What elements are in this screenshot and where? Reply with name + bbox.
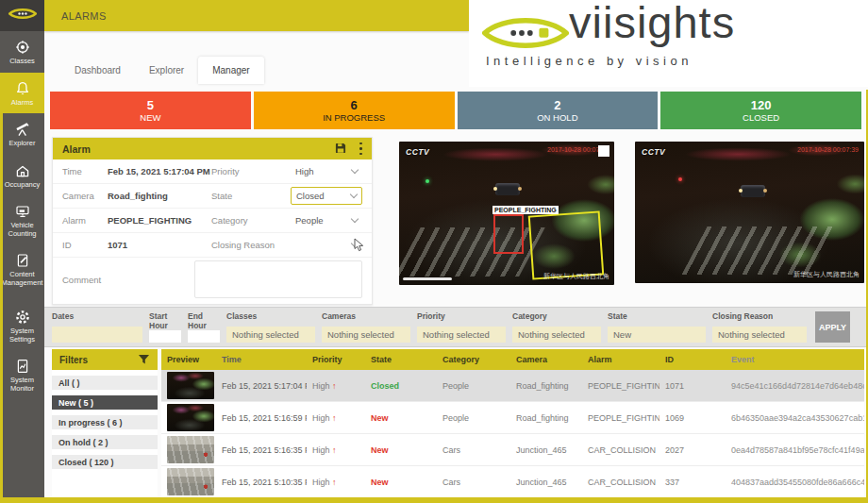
filter-label: Cameras (322, 311, 410, 321)
table-row[interactable]: Feb 15, 2021 5:16:59 PM High ↑ New Peopl… (161, 402, 864, 434)
alarm-video-player[interactable]: CCTV 2017-10-28 00:07:39 PEOPLE_FIGHTING… (399, 142, 614, 285)
state-select[interactable]: Closed (291, 187, 362, 205)
cctv-watermark: CCTV (406, 147, 429, 157)
field-label: Closing Reason (211, 240, 291, 250)
home-icon (14, 162, 31, 179)
filter-field-priority: Priority Nothing selected (417, 311, 506, 343)
sidebar-item-content-management[interactable]: Content Management (0, 244, 44, 293)
cell-id: 337 (659, 478, 726, 487)
cell-priority: High ↑ (307, 478, 365, 487)
video-caption: 新华区与人民路西北角 (793, 270, 860, 279)
filter-field-category: Category Nothing selected (512, 311, 601, 343)
page-title-bar: ALARMS (44, 0, 469, 31)
status-card-on-hold[interactable]: 2 ON HOLD (458, 92, 659, 129)
sidebar-logo[interactable] (0, 0, 44, 31)
filter-item-all[interactable]: All ( ) (52, 376, 158, 390)
closing-reason-filter-select[interactable]: Nothing selected (712, 327, 807, 343)
status-card-new[interactable]: 5 NEW (50, 92, 251, 129)
alarm-time-value: Feb 15, 2021 5:17:04 PM (108, 166, 211, 176)
category-filter-select[interactable]: Nothing selected (512, 327, 601, 343)
alarm-field-row: Camera Road_fighting State Closed (53, 184, 372, 209)
priority-up-icon: ↑ (332, 381, 337, 391)
col-header-event[interactable]: Event (726, 355, 864, 364)
status-count: 2 (554, 98, 560, 112)
cell-state: Closed (365, 381, 437, 391)
sidebar-item-label: Occupancy (5, 181, 41, 190)
priority-filter-select[interactable]: Nothing selected (417, 327, 506, 343)
state-filter-select[interactable]: New (608, 327, 706, 343)
sidebar-item-alarms[interactable]: Alarms (0, 73, 44, 114)
sidebar-item-label: Explorer (9, 140, 36, 148)
status-card-closed[interactable]: 120 CLOSED (660, 92, 861, 129)
filter-item-new[interactable]: New ( 5 ) (52, 395, 158, 410)
funnel-icon[interactable] (138, 354, 150, 365)
apply-button[interactable]: APPLY (815, 311, 850, 343)
status-card-in-progress[interactable]: 6 IN PROGRESS (254, 92, 455, 129)
more-options-icon[interactable] (359, 141, 362, 156)
col-header-category[interactable]: Category (437, 355, 510, 364)
sidebar-item-vehicle-counting[interactable]: Vehicle Counting (0, 195, 44, 244)
col-header-preview[interactable]: Preview (161, 355, 216, 364)
field-label: Comment (62, 275, 108, 285)
cell-category: Cars (437, 445, 510, 455)
alarm-field-row: Time Feb 15, 2021 5:17:04 PM Priority Hi… (53, 159, 372, 184)
classes-select[interactable]: Nothing selected (226, 327, 315, 343)
col-header-state[interactable]: State (365, 355, 437, 364)
filter-item-closed[interactable]: Closed ( 120 ) (52, 455, 158, 469)
table-row[interactable]: Feb 15, 2021 5:10:35 PM High ↑ New Cars … (161, 466, 864, 498)
col-header-id[interactable]: ID (659, 355, 726, 364)
filter-label: Priority (417, 311, 506, 321)
save-icon[interactable] (335, 143, 346, 156)
col-header-alarm[interactable]: Alarm (582, 355, 659, 364)
dates-input[interactable] (52, 327, 142, 343)
table-row[interactable]: Feb 15, 2021 5:16:35 PM High ↑ New Cars … (161, 434, 864, 466)
comment-textarea[interactable] (194, 260, 362, 298)
filter-field-classes: Classes Nothing selected (226, 311, 315, 343)
filter-label: Classes (226, 311, 315, 321)
filter-field-dates: Dates (52, 311, 142, 343)
vehicle-counting-icon (14, 203, 31, 220)
status-label: ON HOLD (537, 112, 577, 124)
category-select[interactable]: People (291, 211, 362, 229)
alarm-comment-row: Comment (53, 258, 372, 301)
filters-panel-header: Filters (52, 349, 158, 370)
cctv-watermark: CCTV (642, 147, 665, 157)
filter-item-in-progress[interactable]: In progress ( 6 ) (52, 415, 158, 429)
field-label: Alarm (62, 215, 108, 226)
sidebar-item-explorer[interactable]: Explorer (0, 113, 44, 155)
start-hour-input[interactable] (149, 330, 181, 343)
tab-explorer[interactable]: Explorer (135, 57, 198, 84)
filter-item-on-hold[interactable]: On hold ( 2 ) (52, 435, 158, 449)
sidebar-item-occupancy[interactable]: Occupancy (0, 155, 44, 196)
reference-video-player[interactable]: CCTV 2017-10-28 00:07:39 新华区与人民路西北角 (635, 142, 864, 283)
filter-field-closing-reason: Closing Reason Nothing selected (712, 311, 807, 343)
cell-event: 6b46350aae394a2ca43530627cab19fb (726, 413, 864, 423)
sidebar-item-system-settings[interactable]: System Settings (0, 301, 44, 350)
table-row[interactable]: Feb 15, 2021 5:17:04 PM High ↑ Closed Pe… (161, 370, 864, 402)
col-header-priority[interactable]: Priority (307, 355, 365, 364)
filter-field-start-hour: Start Hour (149, 311, 181, 343)
priority-up-icon: ↑ (332, 413, 337, 423)
col-header-time[interactable]: Time (216, 355, 307, 364)
col-header-camera[interactable]: Camera (510, 355, 582, 364)
end-hour-input[interactable] (188, 330, 220, 343)
tab-dashboard[interactable]: Dashboard (60, 57, 135, 84)
sidebar-item-label: Alarms (11, 99, 33, 108)
closing-reason-select[interactable] (291, 236, 362, 254)
window-border-bottom (0, 497, 868, 503)
alarm-field-row: Alarm PEOPLE_FIGHTING Category People (53, 209, 372, 233)
sidebar-item-label: System Settings (1, 327, 43, 344)
filter-label: Start Hour (149, 311, 181, 330)
priority-select[interactable]: High (291, 162, 362, 180)
filter-item-label: On hold ( 2 ) (58, 438, 108, 447)
tab-manager[interactable]: Manager (198, 57, 263, 84)
viisights-eye-icon-small (8, 5, 38, 26)
sidebar-item-classes[interactable]: Classes (0, 31, 44, 73)
sidebar-item-system-monitor[interactable]: System Monitor (0, 350, 44, 399)
video-progress-bar[interactable] (403, 277, 452, 280)
alarms-app: ALARMS viisights Intelligence by vision (0, 0, 868, 503)
tab-label: Dashboard (75, 65, 121, 75)
cell-camera: Junction_465 (510, 445, 582, 455)
video-caption: 新华区与人民路西北角 (543, 272, 609, 281)
cameras-select[interactable]: Nothing selected (322, 327, 410, 343)
